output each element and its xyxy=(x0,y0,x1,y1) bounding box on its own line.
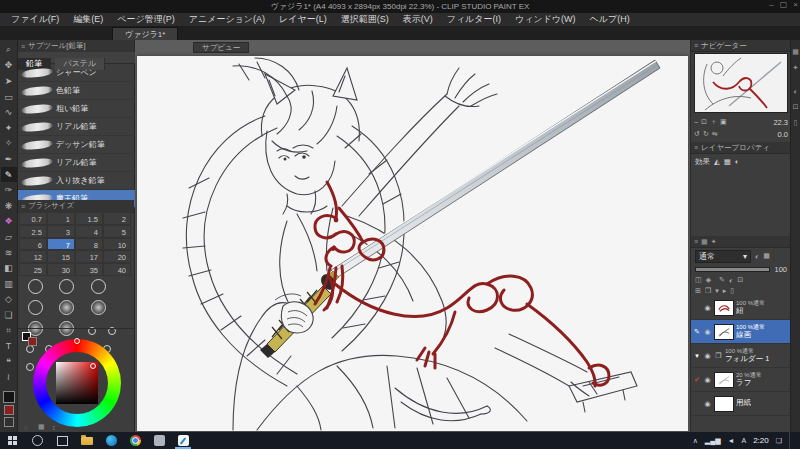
brush-item[interactable]: デッサン鉛筆 xyxy=(18,136,135,154)
brush-item[interactable]: 入り抜き鉛筆 xyxy=(18,172,135,190)
tone-effect-button[interactable]: ▦ xyxy=(724,157,731,166)
menu-window[interactable]: ウィンドウ(W) xyxy=(508,13,583,26)
taskbar-app-edge[interactable] xyxy=(99,432,123,449)
action-center-icon[interactable]: ❏ xyxy=(776,437,782,445)
new-folder-button[interactable]: ❒ xyxy=(705,287,711,295)
draft-button[interactable]: ✎ xyxy=(719,276,725,284)
layer-search-tab-icon[interactable]: ✦ xyxy=(711,238,717,246)
delete-layer-button[interactable]: ▯ xyxy=(730,287,734,295)
layer-row-folder[interactable]: ▾ ◉ ❒ 100 %通常フォルダー 1 xyxy=(691,344,791,368)
tray-chevron-icon[interactable]: ∧ xyxy=(693,437,698,445)
layer-visibility-toggle[interactable]: ◉ xyxy=(703,352,712,360)
menu-view[interactable]: 表示(V) xyxy=(396,13,440,26)
fill-tool[interactable]: ◧ xyxy=(1,260,17,276)
brush-tip-preset[interactable] xyxy=(91,279,106,294)
flip-button[interactable]: ⇋ xyxy=(712,130,718,138)
dock-material-icon[interactable]: ▦ xyxy=(792,48,799,56)
main-color-chip[interactable] xyxy=(3,391,15,403)
palette-menu-icon[interactable]: ≡ xyxy=(694,238,698,245)
layer-palette-tab-icon[interactable]: ▦ xyxy=(701,238,708,246)
search-button[interactable] xyxy=(25,432,50,449)
menu-animation[interactable]: アニメーション(A) xyxy=(182,13,272,26)
minimize-button[interactable]: – xyxy=(769,0,773,9)
palette-menu-icon[interactable]: ≡ xyxy=(21,203,25,210)
palette-menu-icon[interactable]: ≡ xyxy=(21,43,25,50)
eraser-tool[interactable]: ▱ xyxy=(1,229,17,245)
airbrush-tool[interactable]: ❋ xyxy=(1,198,17,214)
menu-help[interactable]: ヘルプ(H) xyxy=(583,13,637,26)
network-icon[interactable]: ▂▄▆ xyxy=(705,437,721,445)
brush-size-option[interactable]: 12 xyxy=(19,250,47,263)
brush-item[interactable]: 色鉛筆 xyxy=(18,82,135,100)
color-slider-tab-icon[interactable]: ↕ xyxy=(52,424,56,431)
gradient-tool[interactable]: ▥ xyxy=(1,276,17,292)
layer-row-paper[interactable]: ◉ 用紙 xyxy=(691,392,791,416)
sv-picker[interactable] xyxy=(90,363,96,369)
zoom-in-button[interactable]: ＋ xyxy=(710,117,717,127)
taskbar-app-chrome[interactable] xyxy=(123,432,147,449)
layer-palette-header[interactable]: ≡ ▦ ✦ xyxy=(691,236,790,248)
menu-edit[interactable]: 編集(E) xyxy=(66,13,110,26)
brush-size-option-selected[interactable]: 7 xyxy=(47,238,75,251)
brush-size-option[interactable]: 35 xyxy=(75,263,103,276)
ruler-tool[interactable]: ⌗ xyxy=(1,323,17,339)
brush-size-option[interactable]: 4 xyxy=(75,225,103,238)
palette-menu-icon[interactable]: ≡ xyxy=(694,42,698,49)
color-set-tab-icon[interactable]: ▦ xyxy=(38,423,45,431)
brush-item[interactable]: リアル鉛筆 xyxy=(18,118,135,136)
zoom-out-button[interactable]: − xyxy=(694,119,698,126)
clock[interactable]: 2:20 xyxy=(753,436,769,445)
blend-tool[interactable]: ≋ xyxy=(1,245,17,261)
brush-size-option[interactable]: 17 xyxy=(75,250,103,263)
layer-visibility-toggle[interactable]: ◉ xyxy=(703,400,712,408)
dock-item-icon[interactable]: ◐ xyxy=(793,88,797,95)
zoom-100-button[interactable]: ▣ xyxy=(720,118,727,126)
ruler-button[interactable]: ⊡ xyxy=(737,276,743,284)
brush-size-option[interactable]: 10 xyxy=(103,238,131,251)
taskbar-app-file-explorer[interactable] xyxy=(75,432,99,449)
layer-row[interactable]: ✔ ◉ 20 %通常ラフ xyxy=(691,368,791,392)
opacity-value[interactable]: 100 xyxy=(774,265,787,274)
fit-button[interactable]: ⊡ xyxy=(701,118,707,126)
pen-tool[interactable]: ✒ xyxy=(1,151,17,167)
rotation-value[interactable]: 0.0 xyxy=(778,130,788,139)
brush-size-option[interactable]: 1 xyxy=(47,212,75,225)
rotate-left-button[interactable]: ↺ xyxy=(694,130,700,138)
layer-row[interactable]: ◉ 100 %通常紐 xyxy=(691,296,791,320)
brush-tip-preset[interactable] xyxy=(91,300,106,315)
brush-size-option[interactable]: 6 xyxy=(19,238,47,251)
lasso-tool[interactable]: ∿ xyxy=(1,104,17,120)
brush-size-option[interactable]: 2 xyxy=(103,212,131,225)
operation-tool[interactable]: ➤ xyxy=(1,73,17,89)
start-button[interactable] xyxy=(0,432,25,449)
brush-size-option[interactable]: 2.5 xyxy=(19,225,47,238)
brush-size-option[interactable]: 8 xyxy=(75,238,103,251)
layer-property-header[interactable]: ≡ レイヤープロパティ xyxy=(691,142,790,154)
maximize-button[interactable]: ▢ xyxy=(780,0,788,9)
layer-mask-button[interactable]: ◐ xyxy=(755,253,759,260)
figure-tool[interactable]: ◇ xyxy=(1,292,17,308)
menu-filter[interactable]: フィルター(I) xyxy=(440,13,508,26)
brush-size-option[interactable]: 3 xyxy=(47,225,75,238)
layer-thumbnail[interactable] xyxy=(714,300,734,316)
wand-tool[interactable]: ✦ xyxy=(1,120,17,136)
navigator-header[interactable]: ≡ ナビゲーター xyxy=(691,40,790,52)
balloon-tool[interactable]: ❝ xyxy=(1,354,17,370)
show-desktop-button[interactable] xyxy=(789,432,794,449)
brush-size-option[interactable]: 20 xyxy=(103,250,131,263)
transfer-button[interactable]: ▸ xyxy=(723,287,727,295)
blend-mode-select[interactable]: 通常 ▾ xyxy=(695,250,751,263)
close-button[interactable]: × xyxy=(793,0,798,9)
navigator-thumbnail[interactable] xyxy=(694,53,788,113)
brush-item[interactable]: リアル鉛筆 xyxy=(18,154,135,172)
transparent-color-chip[interactable] xyxy=(4,417,14,427)
layer-visibility-toggle[interactable]: ◉ xyxy=(703,328,712,336)
text-tool[interactable]: T xyxy=(1,338,17,354)
new-layer-button[interactable]: ⊞ xyxy=(695,287,701,295)
brush-size-option[interactable]: 15 xyxy=(47,250,75,263)
brush-size-option[interactable]: 30 xyxy=(47,263,75,276)
dock-extra-icon[interactable]: ▯ xyxy=(794,119,798,127)
menu-selection[interactable]: 選択範囲(S) xyxy=(334,13,396,26)
layer-visibility-toggle[interactable]: ◉ xyxy=(703,376,712,384)
volume-icon[interactable]: ◄ xyxy=(728,437,735,444)
